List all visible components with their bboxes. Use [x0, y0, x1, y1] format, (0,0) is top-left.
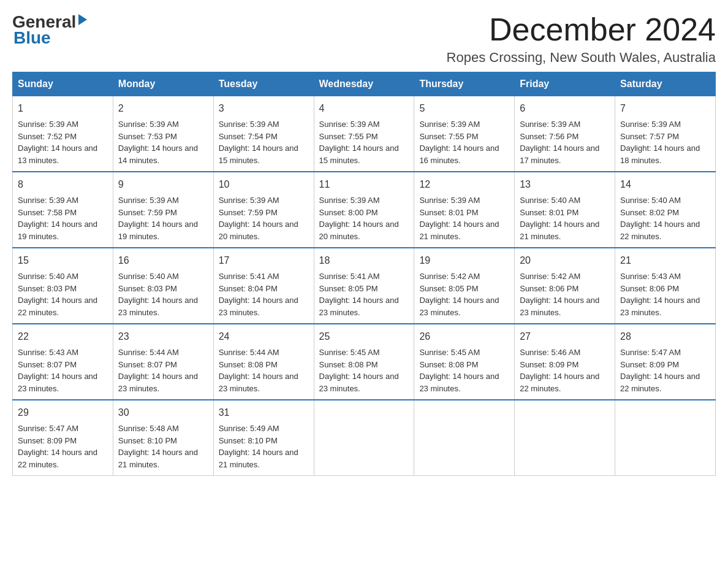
- page-title: December 2024: [447, 12, 716, 47]
- daylight-text: Daylight: 14 hours and 22 minutes.: [18, 296, 97, 317]
- daylight-text: Daylight: 14 hours and 20 minutes.: [219, 220, 298, 241]
- day-number: 9: [118, 177, 208, 192]
- sunrise-text: Sunrise: 5:42 AM: [419, 272, 480, 281]
- daylight-text: Daylight: 14 hours and 23 minutes.: [18, 372, 97, 393]
- day-number: 12: [419, 177, 509, 192]
- calendar-cell: 3Sunrise: 5:39 AMSunset: 7:54 PMDaylight…: [213, 96, 314, 172]
- daylight-text: Daylight: 14 hours and 23 minutes.: [118, 372, 198, 393]
- calendar-table: SundayMondayTuesdayWednesdayThursdayFrid…: [12, 72, 716, 476]
- calendar-cell: 27Sunrise: 5:46 AMSunset: 8:09 PMDayligh…: [515, 324, 615, 400]
- page-subtitle: Ropes Crossing, New South Wales, Austral…: [447, 50, 716, 66]
- day-number: 19: [419, 253, 509, 268]
- daylight-text: Daylight: 14 hours and 22 minutes.: [620, 372, 700, 393]
- daylight-text: Daylight: 14 hours and 23 minutes.: [118, 296, 198, 317]
- daylight-text: Daylight: 14 hours and 13 minutes.: [18, 144, 97, 165]
- day-number: 1: [18, 101, 108, 116]
- daylight-text: Daylight: 14 hours and 14 minutes.: [118, 144, 198, 165]
- daylight-text: Daylight: 14 hours and 20 minutes.: [319, 220, 399, 241]
- day-number: 25: [319, 329, 409, 344]
- sunset-text: Sunset: 8:01 PM: [520, 208, 578, 217]
- week-row-2: 8Sunrise: 5:39 AMSunset: 7:58 PMDaylight…: [13, 172, 716, 248]
- sunset-text: Sunset: 8:05 PM: [319, 284, 378, 293]
- sunset-text: Sunset: 7:52 PM: [18, 132, 77, 141]
- week-row-4: 22Sunrise: 5:43 AMSunset: 8:07 PMDayligh…: [13, 324, 716, 400]
- calendar-cell: 9Sunrise: 5:39 AMSunset: 7:59 PMDaylight…: [113, 172, 213, 248]
- sunset-text: Sunset: 7:53 PM: [118, 132, 177, 141]
- days-header-row: SundayMondayTuesdayWednesdayThursdayFrid…: [13, 72, 716, 96]
- calendar-cell: 18Sunrise: 5:41 AMSunset: 8:05 PMDayligh…: [314, 248, 414, 324]
- sunrise-text: Sunrise: 5:40 AM: [18, 272, 78, 281]
- daylight-text: Daylight: 14 hours and 21 minutes.: [219, 448, 298, 469]
- day-number: 10: [219, 177, 309, 192]
- sunset-text: Sunset: 8:09 PM: [18, 436, 77, 445]
- logo-triangle-icon: [78, 14, 87, 25]
- calendar-cell: 8Sunrise: 5:39 AMSunset: 7:58 PMDaylight…: [13, 172, 113, 248]
- calendar-cell: 24Sunrise: 5:44 AMSunset: 8:08 PMDayligh…: [213, 324, 314, 400]
- day-number: 5: [419, 101, 509, 116]
- daylight-text: Daylight: 14 hours and 23 minutes.: [219, 296, 298, 317]
- calendar-cell: [314, 400, 414, 476]
- sunset-text: Sunset: 8:06 PM: [620, 284, 679, 293]
- day-number: 20: [520, 253, 610, 268]
- day-number: 29: [18, 405, 108, 420]
- sunset-text: Sunset: 8:03 PM: [18, 284, 77, 293]
- sunset-text: Sunset: 8:03 PM: [118, 284, 177, 293]
- day-number: 26: [419, 329, 509, 344]
- daylight-text: Daylight: 14 hours and 23 minutes.: [319, 372, 399, 393]
- sunset-text: Sunset: 8:04 PM: [219, 284, 278, 293]
- sunrise-text: Sunrise: 5:44 AM: [219, 348, 279, 357]
- day-header-thursday: Thursday: [414, 72, 515, 96]
- sunrise-text: Sunrise: 5:43 AM: [18, 348, 78, 357]
- sunset-text: Sunset: 7:58 PM: [18, 208, 77, 217]
- calendar-cell: [515, 400, 615, 476]
- sunset-text: Sunset: 8:06 PM: [520, 284, 578, 293]
- sunrise-text: Sunrise: 5:45 AM: [319, 348, 380, 357]
- day-header-friday: Friday: [515, 72, 615, 96]
- sunrise-text: Sunrise: 5:39 AM: [319, 120, 380, 129]
- day-number: 3: [219, 101, 309, 116]
- day-number: 14: [620, 177, 710, 192]
- sunrise-text: Sunrise: 5:39 AM: [620, 120, 681, 129]
- sunrise-text: Sunrise: 5:47 AM: [18, 424, 78, 433]
- calendar-cell: 31Sunrise: 5:49 AMSunset: 8:10 PMDayligh…: [213, 400, 314, 476]
- calendar-cell: 1Sunrise: 5:39 AMSunset: 7:52 PMDaylight…: [13, 96, 113, 172]
- day-header-saturday: Saturday: [615, 72, 716, 96]
- calendar-cell: 14Sunrise: 5:40 AMSunset: 8:02 PMDayligh…: [615, 172, 716, 248]
- day-number: 8: [18, 177, 108, 192]
- daylight-text: Daylight: 14 hours and 22 minutes.: [520, 372, 599, 393]
- week-row-1: 1Sunrise: 5:39 AMSunset: 7:52 PMDaylight…: [13, 96, 716, 172]
- daylight-text: Daylight: 14 hours and 19 minutes.: [118, 220, 198, 241]
- title-area: December 2024 Ropes Crossing, New South …: [447, 12, 716, 66]
- calendar-cell: 4Sunrise: 5:39 AMSunset: 7:55 PMDaylight…: [314, 96, 414, 172]
- calendar-cell: 29Sunrise: 5:47 AMSunset: 8:09 PMDayligh…: [13, 400, 113, 476]
- day-number: 7: [620, 101, 710, 116]
- calendar-cell: 2Sunrise: 5:39 AMSunset: 7:53 PMDaylight…: [113, 96, 213, 172]
- sunset-text: Sunset: 8:09 PM: [620, 360, 679, 369]
- daylight-text: Daylight: 14 hours and 15 minutes.: [219, 144, 298, 165]
- calendar-cell: [414, 400, 515, 476]
- sunrise-text: Sunrise: 5:39 AM: [419, 120, 480, 129]
- calendar-cell: [615, 400, 716, 476]
- daylight-text: Daylight: 14 hours and 23 minutes.: [319, 296, 399, 317]
- sunrise-text: Sunrise: 5:39 AM: [18, 120, 78, 129]
- sunset-text: Sunset: 8:07 PM: [18, 360, 77, 369]
- day-number: 28: [620, 329, 710, 344]
- sunset-text: Sunset: 8:00 PM: [319, 208, 378, 217]
- day-number: 11: [319, 177, 409, 192]
- day-number: 16: [118, 253, 208, 268]
- day-number: 30: [118, 405, 208, 420]
- sunset-text: Sunset: 8:10 PM: [219, 436, 278, 445]
- daylight-text: Daylight: 14 hours and 23 minutes.: [419, 372, 499, 393]
- sunset-text: Sunset: 8:07 PM: [118, 360, 177, 369]
- logo-area: General Blue: [12, 12, 87, 48]
- sunrise-text: Sunrise: 5:44 AM: [118, 348, 179, 357]
- sunrise-text: Sunrise: 5:39 AM: [18, 196, 78, 205]
- calendar-cell: 20Sunrise: 5:42 AMSunset: 8:06 PMDayligh…: [515, 248, 615, 324]
- daylight-text: Daylight: 14 hours and 18 minutes.: [620, 144, 700, 165]
- calendar-cell: 10Sunrise: 5:39 AMSunset: 7:59 PMDayligh…: [213, 172, 314, 248]
- sunset-text: Sunset: 8:08 PM: [419, 360, 478, 369]
- sunset-text: Sunset: 8:08 PM: [219, 360, 278, 369]
- daylight-text: Daylight: 14 hours and 23 minutes.: [419, 296, 499, 317]
- sunset-text: Sunset: 7:59 PM: [118, 208, 177, 217]
- day-number: 23: [118, 329, 208, 344]
